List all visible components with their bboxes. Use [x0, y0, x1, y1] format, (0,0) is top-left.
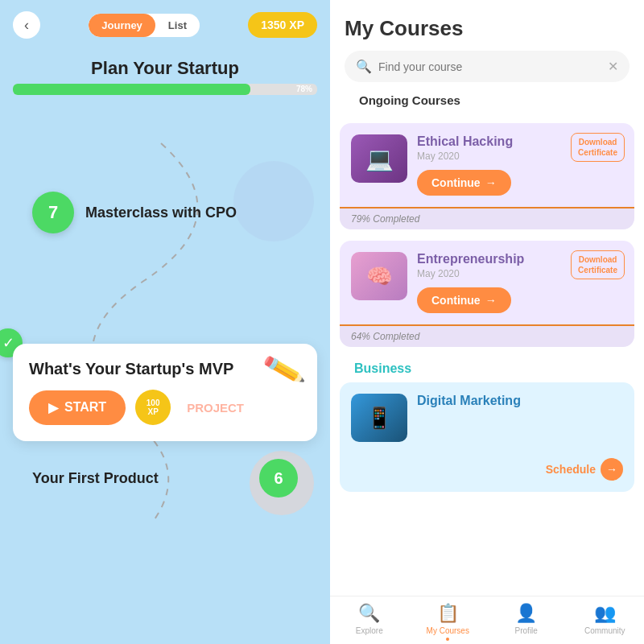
- bottom-node: Your First Product 6: [32, 459, 298, 497]
- xp-coin-bottom: XP: [147, 407, 158, 416]
- progress-bar: 78%: [13, 84, 317, 95]
- course-card-ethical-hacking: 💻 Ethical Hacking May 2020 Continue → Do…: [340, 123, 634, 229]
- progress-label: 78%: [296, 84, 312, 95]
- list-tab[interactable]: List: [155, 14, 200, 37]
- continue-btn-entrepreneurship[interactable]: Continue →: [417, 287, 511, 313]
- continue-btn-hacking[interactable]: Continue →: [417, 170, 511, 196]
- my-courses-icon: 📋: [437, 603, 459, 624]
- project-label: PROJECT: [187, 401, 244, 415]
- play-icon: ▶: [48, 400, 58, 415]
- search-input[interactable]: [378, 60, 601, 73]
- course-thumb-entrepreneurship: 🧠: [351, 252, 407, 300]
- explore-icon: 🔍: [358, 603, 380, 624]
- profile-icon: 👤: [515, 603, 537, 624]
- course-title: Plan Your Startup: [0, 58, 330, 79]
- mvp-card: What's Your Startup's MVP ▶ START 100 XP…: [13, 344, 317, 441]
- bottom-node-number: 6: [274, 469, 283, 488]
- course-card-entrepreneurship: 🧠 Entrepreneurship May 2020 Continue → D…: [340, 241, 634, 347]
- schedule-label: Schedule: [546, 463, 596, 476]
- start-button[interactable]: ▶ START: [29, 390, 126, 425]
- nav-community-label: Community: [584, 626, 625, 635]
- entrepreneurship-icon: 🧠: [366, 264, 392, 289]
- mvp-card-title: What's Your Startup's MVP: [29, 360, 301, 378]
- right-panel: My Courses 🔍 ✕ Ongoing Courses 💻 Ethical…: [330, 0, 644, 644]
- continue-label-entrepreneurship: Continue: [431, 294, 481, 307]
- download-cert-btn-hacking[interactable]: DownloadCertificate: [571, 133, 625, 162]
- pencil-decoration: ✏️: [261, 348, 307, 392]
- course-card-digital-marketing: 📱 Digital Marketing Schedule →: [340, 382, 634, 492]
- nav-active-dot: [446, 638, 449, 641]
- courses-list: 💻 Ethical Hacking May 2020 Continue → Do…: [330, 123, 644, 596]
- arrow-icon-hacking: →: [485, 176, 497, 189]
- node-7-circle[interactable]: 7: [32, 192, 74, 233]
- xp-coin-top: 100: [147, 398, 160, 407]
- continue-label-hacking: Continue: [431, 176, 481, 189]
- card-actions: ▶ START 100 XP PROJECT: [29, 390, 301, 425]
- nav-explore-label: Explore: [356, 626, 383, 635]
- xp-badge: 1350 XP: [248, 12, 317, 38]
- nav-profile[interactable]: 👤 Profile: [487, 603, 566, 641]
- course-name-marketing: Digital Marketing: [417, 394, 623, 408]
- progress-bar-fill: [13, 84, 250, 95]
- search-clear-icon[interactable]: ✕: [608, 59, 618, 74]
- journey-tab[interactable]: Journey: [89, 14, 155, 37]
- node-7-label: Masterclass with CPO: [85, 204, 237, 221]
- progress-footer-entrepreneurship: 64% Completed: [340, 324, 634, 347]
- bottom-node-circle[interactable]: 6: [259, 459, 298, 497]
- progress-footer-hacking: 79% Completed: [340, 207, 634, 229]
- search-icon: 🔍: [356, 59, 372, 74]
- nav-explore[interactable]: 🔍 Explore: [330, 603, 409, 641]
- marketing-icon: 📱: [366, 406, 392, 431]
- nav-profile-label: Profile: [515, 626, 538, 635]
- nav-community[interactable]: 👥 Community: [566, 603, 645, 641]
- node-7: 7 Masterclass with CPO: [32, 192, 237, 233]
- course-thumb-hacking: 💻: [351, 134, 407, 183]
- course-thumb-marketing: 📱: [351, 394, 407, 442]
- schedule-row: Schedule →: [340, 453, 634, 492]
- start-label: START: [64, 400, 106, 415]
- hacking-icon: 💻: [365, 146, 394, 172]
- course-card-inner-3: 📱 Digital Marketing: [340, 382, 634, 453]
- download-cert-btn-entrepreneurship[interactable]: DownloadCertificate: [571, 250, 625, 279]
- my-courses-title: My Courses: [345, 16, 630, 41]
- course-info-marketing: Digital Marketing: [417, 394, 623, 410]
- bottom-nav: 🔍 Explore 📋 My Courses 👤 Profile 👥 Commu…: [330, 596, 644, 644]
- right-header: My Courses 🔍 ✕ Ongoing Courses: [330, 0, 644, 123]
- schedule-arrow-circle: →: [601, 458, 623, 481]
- arrow-icon-entrepreneurship: →: [485, 294, 497, 307]
- nav-my-courses[interactable]: 📋 My Courses: [409, 603, 488, 641]
- left-panel: ‹ Journey List 1350 XP Plan Your Startup…: [0, 0, 330, 644]
- xp-coin: 100 XP: [135, 390, 171, 425]
- journey-area: ✓ 7 Masterclass with CPO What's Your Sta…: [0, 95, 330, 538]
- community-icon: 👥: [594, 603, 616, 624]
- back-button[interactable]: ‹: [13, 11, 40, 39]
- schedule-button[interactable]: Schedule →: [546, 458, 623, 481]
- business-section-label: Business: [340, 358, 634, 382]
- left-top-bar: ‹ Journey List 1350 XP: [0, 0, 330, 50]
- node-7-number: 7: [48, 202, 58, 223]
- search-bar: 🔍 ✕: [345, 51, 630, 82]
- ongoing-section-label: Ongoing Courses: [345, 93, 630, 115]
- tab-group: Journey List: [89, 14, 200, 37]
- schedule-arrow-icon: →: [606, 463, 617, 476]
- back-icon: ‹: [24, 17, 29, 34]
- nav-my-courses-label: My Courses: [427, 626, 469, 635]
- bottom-node-label: Your First Product: [32, 470, 159, 487]
